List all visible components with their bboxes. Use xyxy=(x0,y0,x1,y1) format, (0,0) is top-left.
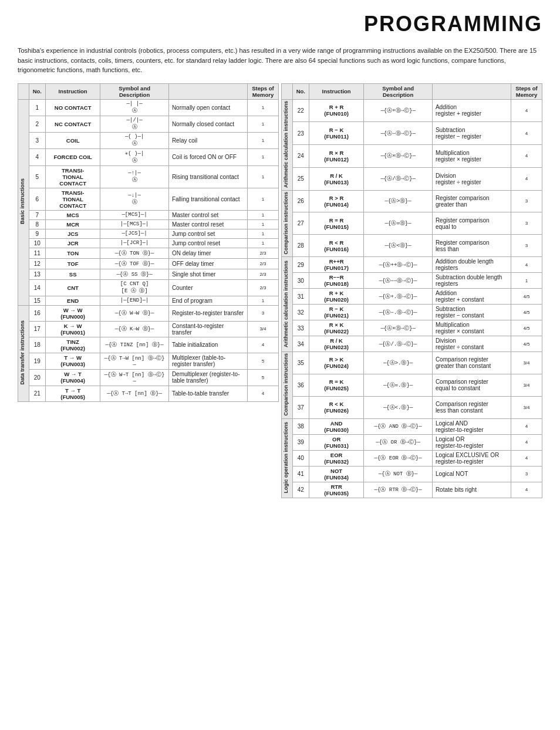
instruction-name: R − K (FUN011) xyxy=(309,122,364,145)
row-number: 28 xyxy=(292,235,309,257)
table-row: 10JCR|—[JCR]—|Jump control reset1 xyxy=(18,238,279,248)
instruction-name: R > R (FUN014) xyxy=(309,190,364,212)
symbol: —{Ⓐ/.Ⓑ→Ⓒ}— xyxy=(364,336,433,352)
symbol: —{Ⓐ AND Ⓑ→Ⓒ}— xyxy=(364,418,433,434)
row-number: 40 xyxy=(292,450,309,466)
symbol: ✳( )—| Ⓐ xyxy=(100,148,169,165)
row-number: 5 xyxy=(29,165,45,188)
description: Falling transitional contact xyxy=(168,188,247,210)
symbol: —{Ⓐ/Ⓑ→Ⓒ}— xyxy=(364,167,433,190)
steps: 3/4 xyxy=(247,321,278,337)
instruction-name: T → W (FUN003) xyxy=(46,353,100,369)
symbol: —{Ⓐ>Ⓑ}— xyxy=(364,190,433,212)
description: Addition register + constant xyxy=(432,289,511,305)
instruction-name: AND (FUN030) xyxy=(309,418,364,434)
steps: 1 xyxy=(247,210,278,219)
steps: 1 xyxy=(247,188,278,210)
instruction-name: TON xyxy=(46,248,100,258)
symbol: —{Ⓐ RTR Ⓑ→Ⓒ}— xyxy=(364,482,433,498)
instruction-name: R + K (FUN020) xyxy=(309,289,364,305)
table-row: Data transfer instructions16W → W (FUN00… xyxy=(18,305,279,321)
instruction-name: MCS xyxy=(46,210,100,219)
steps: 4 xyxy=(511,450,542,466)
description: Counter xyxy=(168,279,247,296)
category-label: Comparison instructions xyxy=(282,352,293,419)
symbol: —{Ⓐ W→T [nn] Ⓑ→Ⓒ}— xyxy=(100,369,169,386)
symbol: —{Ⓐ NOT Ⓑ}— xyxy=(364,466,433,482)
steps: 3 xyxy=(511,190,542,212)
table-row: 34R / K (FUN023)—{Ⓐ/.Ⓑ→Ⓒ}—Division regis… xyxy=(282,336,542,352)
table-row: Comparison instructions26R > R (FUN014)—… xyxy=(282,190,542,212)
description: Subtraction register − register xyxy=(432,122,511,145)
steps: 2/3 xyxy=(247,279,278,296)
instruction-name: TINZ (FUN002) xyxy=(46,337,100,353)
table-row: 14CNT[C CNT Q] [E Ⓐ Ⓑ]Counter2/3 xyxy=(18,279,279,296)
instruction-name: FORCED COIL xyxy=(46,148,100,165)
table-row: 27R = R (FUN015)—{Ⓐ=Ⓑ}—Register comparis… xyxy=(282,212,542,235)
table-row: 6TRANSI- TIONAL CONTACT—↓|— ⒶFalling tra… xyxy=(18,188,279,210)
description: Register comparison less than xyxy=(432,235,511,257)
description: Constant-to-register transfer xyxy=(168,321,247,337)
table-row: 7MCS—[MCS]—|Master control set1 xyxy=(18,210,279,219)
instruction-name: R + R (FUN010) xyxy=(309,99,364,122)
symbol: —{Ⓐ=.Ⓑ}— xyxy=(364,374,433,396)
row-number: 6 xyxy=(29,188,45,210)
category-label: Data transfer instructions xyxy=(18,305,29,401)
table-row: 39OR (FUN031)—{Ⓐ OR Ⓑ→Ⓒ}—Logical OR regi… xyxy=(282,434,542,450)
steps: 4 xyxy=(511,482,542,498)
instruction-name: T → T (FUN005) xyxy=(46,386,100,401)
symbol: —{Ⓐ−Ⓑ→Ⓒ}— xyxy=(364,122,433,145)
row-number: 11 xyxy=(29,248,45,258)
description: Register comparison equal to xyxy=(432,212,511,235)
description: Normally closed contact xyxy=(168,116,247,132)
row-number: 26 xyxy=(292,190,309,212)
row-number: 22 xyxy=(292,99,309,122)
category-label: Arithmetic calculation instructions xyxy=(282,257,293,352)
instruction-name: SS xyxy=(46,269,100,279)
symbol: —↓|— Ⓐ xyxy=(100,188,169,210)
row-number: 23 xyxy=(292,122,309,145)
row-number: 15 xyxy=(29,296,45,305)
right-no-header: No. xyxy=(292,83,309,99)
instruction-name: TOF xyxy=(46,258,100,269)
symbol: —{Ⓐ T→W [nn] Ⓑ→Ⓒ}— xyxy=(100,353,169,369)
symbol: —{Ⓐ×Ⓑ→Ⓒ}— xyxy=(364,320,433,336)
steps: 1 xyxy=(247,148,278,165)
symbol: —{Ⓐ TON Ⓑ}— xyxy=(100,248,169,258)
steps: 4 xyxy=(511,418,542,434)
symbol: —{Ⓐ=Ⓑ}— xyxy=(364,212,433,235)
symbol: [C CNT Q] [E Ⓐ Ⓑ] xyxy=(100,279,169,296)
instruction-name: RTR (FUN035) xyxy=(309,482,364,498)
right-sym-header: Symbol and Description xyxy=(364,83,433,99)
table-row: 11TON—{Ⓐ TON Ⓑ}—ON delay timer2/3 xyxy=(18,248,279,258)
table-row: 24R × R (FUN012)—{Ⓐ×Ⓑ→Ⓒ}—Multiplication … xyxy=(282,145,542,168)
row-number: 20 xyxy=(29,369,45,386)
description: End of program xyxy=(168,296,247,305)
description: Multiplexer (table-to-register transfer) xyxy=(168,353,247,369)
symbol: —|/|— Ⓐ xyxy=(100,116,169,132)
instruction-name: NC CONTACT xyxy=(46,116,100,132)
left-steps-header: Steps of Memory xyxy=(247,83,278,99)
description: OFF delay timer xyxy=(168,258,247,269)
table-row: 32R − K (FUN021)—{Ⓐ−.Ⓑ→Ⓒ}—Subtraction re… xyxy=(282,305,542,320)
instruction-name: JCR xyxy=(46,238,100,248)
steps: 4 xyxy=(511,145,542,168)
instruction-name: R / K (FUN013) xyxy=(309,167,364,190)
steps: 3 xyxy=(511,466,542,482)
description: Multiplication register × register xyxy=(432,145,511,168)
right-steps-header: Steps of Memory xyxy=(511,83,542,99)
instruction-name: JCS xyxy=(46,229,100,238)
table-row: 21T → T (FUN005)—{Ⓐ T→T [nn] Ⓑ}—Table-to… xyxy=(18,386,279,401)
steps: 1 xyxy=(247,165,278,188)
steps: 1 xyxy=(247,99,278,116)
steps: 4 xyxy=(511,257,542,273)
description: Rising transitional contact xyxy=(168,165,247,188)
category-label: Arithmetic calculation instructions xyxy=(282,99,293,190)
table-row: 18TINZ (FUN002)—{Ⓐ TINZ [nn] Ⓑ}—Table in… xyxy=(18,337,279,353)
row-number: 35 xyxy=(292,352,309,374)
row-number: 33 xyxy=(292,320,309,336)
description: Coil is forced ON or OFF xyxy=(168,148,247,165)
symbol: —{Ⓐ+.Ⓑ→Ⓒ}— xyxy=(364,289,433,305)
table-row: 4FORCED COIL✳( )—| ⒶCoil is forced ON or… xyxy=(18,148,279,165)
row-number: 18 xyxy=(29,337,45,353)
